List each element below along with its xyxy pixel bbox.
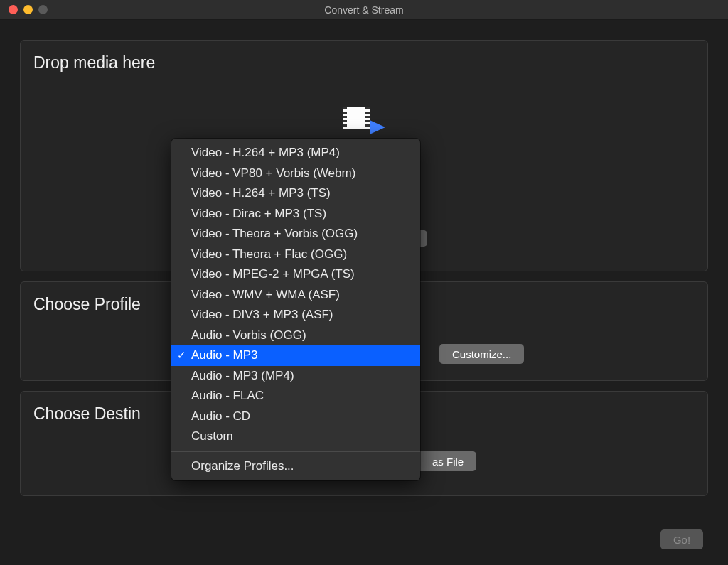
profile-option-label: Video - H.264 + MP3 (MP4) xyxy=(191,146,340,160)
profile-option[interactable]: Video - Theora + Flac (OGG) xyxy=(171,244,420,265)
customize-button[interactable]: Customize... xyxy=(439,344,524,364)
choose-destination-title: Choose Destin xyxy=(33,404,141,424)
profile-option-label: Video - MPEG-2 + MPGA (TS) xyxy=(191,267,355,281)
menu-separator xyxy=(171,451,420,452)
profile-option-label: Video - Dirac + MP3 (TS) xyxy=(191,207,326,221)
profile-option[interactable]: Video - MPEG-2 + MPGA (TS) xyxy=(171,264,420,285)
profile-option-label: Audio - FLAC xyxy=(191,389,264,403)
profile-option[interactable]: Video - DIV3 + MP3 (ASF) xyxy=(171,305,420,325)
profile-option[interactable]: Audio - CD xyxy=(171,407,420,427)
media-file-icon xyxy=(343,107,385,131)
drop-media-title: Drop media here xyxy=(33,53,155,72)
profile-option[interactable]: Video - Theora + Vorbis (OGG) xyxy=(171,224,420,244)
traffic-lights xyxy=(0,5,48,14)
profile-option[interactable]: Audio - Vorbis (OGG) xyxy=(171,325,420,346)
profile-option-label: Custom xyxy=(191,429,233,443)
window-title: Convert & Stream xyxy=(0,4,728,16)
profile-option-label: Video - VP80 + Vorbis (Webm) xyxy=(191,166,355,181)
profile-option-label: Video - Theora + Flac (OGG) xyxy=(191,247,347,262)
organize-profiles-label: Organize Profiles... xyxy=(191,459,294,473)
profile-popup-menu[interactable]: Video - H.264 + MP3 (MP4)Video - VP80 + … xyxy=(171,139,420,480)
save-as-file-label: as File xyxy=(432,456,464,468)
close-window-button[interactable] xyxy=(9,5,18,14)
profile-option-label: Video - H.264 + MP3 (TS) xyxy=(191,186,331,200)
profile-option-label: Video - WMV + WMA (ASF) xyxy=(191,288,340,302)
profile-option-label: Audio - MP3 xyxy=(191,348,258,362)
organize-profiles-item[interactable]: Organize Profiles... xyxy=(171,456,420,477)
profile-option-label: Audio - CD xyxy=(191,409,250,424)
profile-option-label: Video - DIV3 + MP3 (ASF) xyxy=(191,308,333,322)
profile-option[interactable]: Video - H.264 + MP3 (MP4) xyxy=(171,143,420,163)
profile-option-label: Video - Theora + Vorbis (OGG) xyxy=(191,227,358,241)
minimize-window-button[interactable] xyxy=(23,5,33,14)
profile-option[interactable]: Video - WMV + WMA (ASF) xyxy=(171,285,420,306)
profile-option[interactable]: Audio - MP3 (MP4) xyxy=(171,366,420,387)
profile-option-label: Audio - Vorbis (OGG) xyxy=(191,328,306,343)
titlebar: Convert & Stream xyxy=(0,0,728,20)
profile-option[interactable]: Video - H.264 + MP3 (TS) xyxy=(171,183,420,204)
profile-option[interactable]: Audio - FLAC xyxy=(171,386,420,407)
customize-button-label: Customize... xyxy=(452,348,511,360)
checkmark-icon: ✓ xyxy=(177,349,186,362)
profile-option[interactable]: Video - Dirac + MP3 (TS) xyxy=(171,204,420,225)
profile-option[interactable]: Video - VP80 + Vorbis (Webm) xyxy=(171,163,420,184)
go-button-label: Go! xyxy=(673,534,690,546)
go-button[interactable]: Go! xyxy=(660,529,703,549)
zoom-window-button[interactable] xyxy=(38,5,48,14)
choose-profile-title: Choose Profile xyxy=(33,295,141,314)
profile-option-label: Audio - MP3 (MP4) xyxy=(191,369,294,383)
profile-option[interactable]: ✓Audio - MP3 xyxy=(171,345,420,366)
profile-option[interactable]: Custom xyxy=(171,426,420,447)
